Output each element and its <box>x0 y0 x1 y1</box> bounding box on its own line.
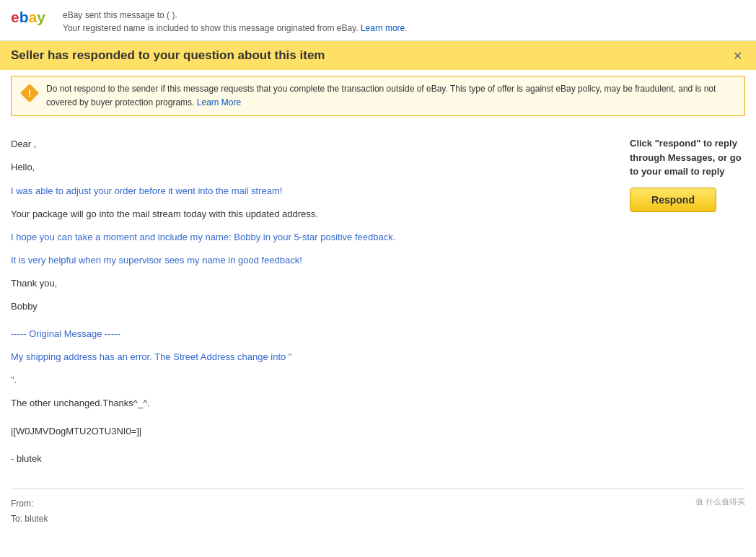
body-line-3-text: I hope you can take a moment and include… <box>11 232 395 242</box>
email-footer: From: To: blutek 值 什么值得买 <box>0 489 756 535</box>
close-button[interactable]: ✕ <box>730 49 745 63</box>
body-line-1: I was able to adjust your order before i… <box>11 183 615 199</box>
warning-icon: ! <box>20 84 39 102</box>
to-label: To: <box>11 514 22 524</box>
body-line-2: Your package will go into the mail strea… <box>11 206 615 222</box>
original-line-3: The other unchanged.Thanks^_^. <box>11 395 615 411</box>
email-body: Dear , Hello, I was able to adjust your … <box>11 136 615 473</box>
dear-label: Dear <box>11 139 31 149</box>
signature-line: - blutek <box>11 451 615 467</box>
signature-name: Bobby <box>11 299 615 315</box>
dear-line: Dear , <box>11 136 615 152</box>
from-label: From: <box>11 499 33 509</box>
sent-text: eBay sent this message to <box>63 10 164 20</box>
footer-to-row: To: blutek <box>11 512 48 527</box>
original-line-3-text: The other unchanged.Thanks^_^. <box>11 398 150 408</box>
body-line-3: I hope you can take a moment and include… <box>11 229 615 245</box>
dear-comma: , <box>34 139 37 149</box>
original-header: ----- Original Message ----- <box>11 326 615 342</box>
respond-button[interactable]: Respond <box>630 188 716 212</box>
email-header: ebay eBay sent this message to ( ). Your… <box>0 0 756 41</box>
body-line-2-text: Your package will go into the mail strea… <box>11 209 318 219</box>
svg-text:ebay: ebay <box>11 9 45 25</box>
main-content: Dear , Hello, I was able to adjust your … <box>0 122 756 488</box>
subject-bar: Seller has responded to your question ab… <box>0 41 756 70</box>
subject-title: Seller has responded to your question ab… <box>11 48 325 63</box>
greeting-line: Hello, <box>11 159 615 175</box>
original-line-1: My shipping address has an error. The St… <box>11 349 615 365</box>
header-text: eBay sent this message to ( ). Your regi… <box>63 7 408 35</box>
subtext: Your registered name is included to show… <box>63 23 359 33</box>
svg-text:!: ! <box>28 88 31 99</box>
body-line-1-text: I was able to adjust your order before i… <box>11 185 282 196</box>
token-line: |[W0JMVDogMTU2OTU3NI0=]| <box>11 424 615 439</box>
respond-instruction: Click "respond" to reply through Message… <box>630 136 745 179</box>
warning-text: Do not respond to the sender if this mes… <box>46 82 736 110</box>
original-line-1-text: My shipping address has an error. The St… <box>11 351 292 362</box>
learn-more-warning-link[interactable]: Learn More <box>197 97 241 108</box>
original-header-text: ----- Original Message ----- <box>11 328 120 339</box>
learn-more-header-link[interactable]: Learn more <box>361 23 405 33</box>
body-line-4: It is very helpful when my supervisor se… <box>11 253 615 268</box>
original-line-2: ". <box>11 372 615 388</box>
email-sidebar: Click "respond" to reply through Message… <box>630 136 745 473</box>
thanks-line: Thank you, <box>11 276 615 291</box>
warning-box: ! Do not respond to the sender if this m… <box>11 76 745 116</box>
footer-from-row: From: <box>11 496 48 512</box>
warning-message: Do not respond to the sender if this mes… <box>46 84 716 108</box>
recipient-parens: ( ). <box>167 10 177 20</box>
footer-from-to: From: To: blutek <box>11 496 48 527</box>
watermark: 值 什么值得买 <box>695 496 745 507</box>
body-line-4-text: It is very helpful when my supervisor se… <box>11 255 302 266</box>
ebay-logo: ebay <box>11 7 54 27</box>
original-line-2-text: ". <box>11 374 17 385</box>
to-value: blutek <box>25 514 48 524</box>
